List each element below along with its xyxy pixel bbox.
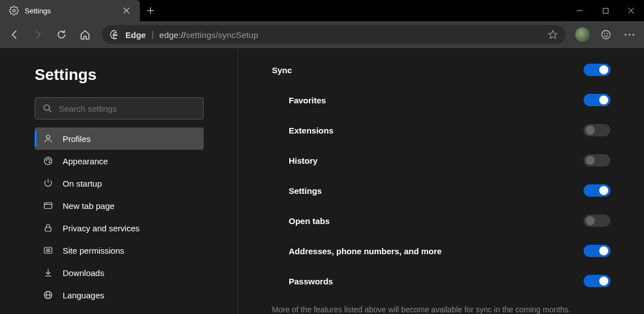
- download-icon: [43, 267, 54, 278]
- sync-item-toggle: [584, 154, 610, 166]
- svg-point-16: [44, 105, 50, 111]
- sync-heading: Sync: [272, 65, 292, 75]
- sidebar-item-privacy[interactable]: Privacy and services: [35, 217, 204, 239]
- lock-icon: [43, 222, 54, 234]
- refresh-button[interactable]: [50, 23, 73, 46]
- sync-item-toggle[interactable]: [584, 245, 610, 257]
- divider: |: [152, 30, 154, 40]
- window-controls: [567, 0, 644, 21]
- sidebar-item-appearance[interactable]: Appearance: [35, 150, 204, 172]
- svg-point-20: [46, 160, 47, 161]
- sync-item-row: Passwords: [272, 275, 610, 287]
- tab-title: Settings: [25, 7, 114, 15]
- sync-master-toggle[interactable]: [584, 64, 610, 76]
- globe-icon: [43, 289, 54, 301]
- sidebar-item-label: Downloads: [63, 268, 104, 278]
- toolbar: Edge | edge://settings/syncSetup: [0, 21, 644, 48]
- page-title: Settings: [35, 66, 238, 84]
- sync-item-row: Favorites: [272, 94, 610, 106]
- sync-item-toggle: [584, 124, 610, 136]
- sync-item-toggle[interactable]: [584, 275, 610, 287]
- sidebar-item-permissions[interactable]: Site permissions: [35, 239, 204, 261]
- sidebar-item-label: On startup: [63, 179, 102, 188]
- more-menu-button[interactable]: [618, 23, 641, 46]
- settings-sidebar: Settings ProfilesAppearanceOn startupNew…: [0, 48, 238, 314]
- sidebar-item-label: Site permissions: [63, 246, 124, 255]
- sync-item-label: Addresses, phone numbers, and more: [289, 246, 441, 256]
- sync-item-label: Passwords: [289, 277, 333, 286]
- svg-point-18: [46, 135, 50, 139]
- sidebar-item-label: Privacy and services: [63, 223, 140, 233]
- sync-item-row: Settings: [272, 184, 610, 197]
- sync-item-toggle: [584, 215, 610, 227]
- sidebar-item-newtab[interactable]: New tab page: [35, 194, 204, 217]
- home-button[interactable]: [74, 23, 96, 46]
- svg-point-13: [624, 34, 626, 35]
- sync-item-toggle[interactable]: [584, 94, 610, 106]
- svg-point-0: [13, 9, 16, 12]
- person-icon: [43, 133, 54, 144]
- minimize-button[interactable]: [567, 0, 593, 21]
- sidebar-item-label: Languages: [63, 291, 104, 300]
- sidebar-item-label: Profiles: [63, 134, 91, 144]
- address-bar[interactable]: Edge | edge://settings/syncSetup: [102, 25, 566, 44]
- sliders-icon: [43, 245, 54, 256]
- close-tab-button[interactable]: [120, 4, 133, 17]
- sync-item-label: Extensions: [289, 126, 333, 135]
- browser-tab[interactable]: Settings: [0, 0, 140, 21]
- sync-item-label: Open tabs: [289, 216, 330, 226]
- power-icon: [43, 178, 54, 189]
- svg-rect-28: [45, 227, 51, 231]
- forward-button[interactable]: [27, 23, 49, 46]
- content-area: Settings ProfilesAppearanceOn startupNew…: [0, 48, 644, 314]
- site-identity: Edge: [125, 30, 146, 40]
- svg-point-22: [49, 160, 50, 161]
- edge-icon: [110, 30, 120, 40]
- sync-item-label: Settings: [289, 186, 322, 196]
- sync-footnote: More of the features listed above will b…: [272, 305, 610, 314]
- svg-rect-6: [603, 8, 608, 13]
- sync-item-label: Favorites: [289, 96, 326, 105]
- sync-item-toggle[interactable]: [584, 184, 610, 197]
- svg-rect-25: [44, 203, 52, 209]
- svg-marker-9: [549, 31, 557, 39]
- search-settings-box[interactable]: [35, 97, 204, 120]
- back-button[interactable]: [3, 23, 26, 46]
- titlebar: Settings: [0, 0, 644, 21]
- search-input[interactable]: [59, 104, 195, 113]
- svg-point-15: [632, 34, 634, 35]
- svg-point-12: [607, 34, 608, 34]
- sidebar-item-label: New tab page: [63, 201, 115, 211]
- sync-item-row: Extensions: [272, 124, 610, 136]
- sync-item-row: Open tabs: [272, 215, 610, 227]
- feedback-button[interactable]: [595, 23, 617, 46]
- sync-master-row: Sync: [272, 64, 610, 76]
- sidebar-item-profiles[interactable]: Profiles: [35, 127, 204, 150]
- search-icon: [43, 104, 52, 113]
- svg-point-21: [48, 159, 49, 160]
- maximize-button[interactable]: [593, 0, 618, 21]
- newtab-icon: [43, 200, 54, 211]
- profile-avatar[interactable]: [571, 23, 594, 46]
- sidebar-item-label: Appearance: [63, 156, 108, 166]
- sidebar-item-startup[interactable]: On startup: [35, 172, 204, 194]
- svg-line-17: [49, 110, 51, 112]
- favorite-star-icon[interactable]: [548, 30, 558, 40]
- gear-icon: [9, 6, 19, 16]
- sync-item-label: History: [289, 156, 318, 165]
- sync-item-row: Addresses, phone numbers, and more: [272, 245, 610, 257]
- sync-item-row: History: [272, 154, 610, 166]
- svg-point-14: [628, 34, 630, 35]
- sidebar-item-languages[interactable]: Languages: [35, 284, 204, 306]
- svg-point-10: [602, 31, 610, 39]
- svg-point-23: [49, 162, 50, 163]
- svg-point-11: [604, 34, 605, 34]
- new-tab-button[interactable]: [140, 0, 161, 21]
- close-window-button[interactable]: [618, 0, 644, 21]
- palette-icon: [43, 155, 54, 166]
- settings-main-panel: Sync FavoritesExtensionsHistorySettingsO…: [238, 48, 644, 314]
- url-text: edge://settings/syncSetup: [159, 30, 258, 40]
- sidebar-item-downloads[interactable]: Downloads: [35, 261, 204, 284]
